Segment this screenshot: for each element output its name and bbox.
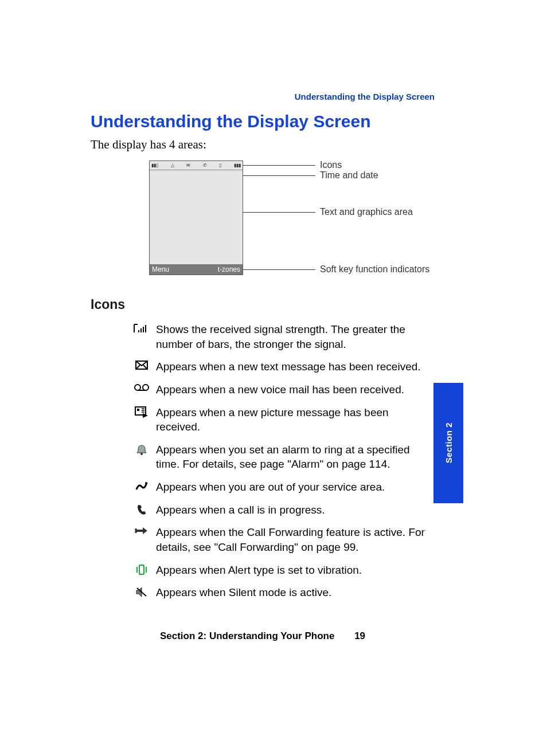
svg-rect-3: [145, 325, 146, 332]
page-number: 19: [354, 630, 365, 642]
svg-point-6: [143, 385, 149, 390]
icon-definitions-list: Shows the received signal strength. The …: [127, 322, 448, 608]
display-diagram: ▮▮▯ △ ✉ ✆ ▯ ▮▮▮ Menu t-zones Icons Time …: [149, 160, 436, 284]
svg-point-5: [135, 385, 140, 390]
phone-softkey-bar: Menu t-zones: [150, 264, 243, 275]
diagram-label-softkeys: Soft key function indicators: [320, 264, 429, 275]
phone-icon-bar: ▮▮▯ △ ✉ ✆ ▯ ▮▮▮: [150, 161, 243, 170]
list-item: Appears when a call is in progress.: [127, 503, 448, 518]
icon-description: Appears when Alert type is set to vibrat…: [156, 563, 448, 578]
diagram-label-icons: Icons: [320, 160, 342, 170]
softkey-left-label: Menu: [152, 265, 169, 273]
icon-description: Appears when you are out of your service…: [156, 480, 448, 495]
icon-description: Shows the received signal strength. The …: [156, 322, 448, 351]
battery-mini-icon: ▮▮▮: [234, 163, 241, 168]
silent-mode-icon: [127, 585, 156, 598]
list-item: Appears when Alert type is set to vibrat…: [127, 563, 448, 578]
call-forwarding-icon: [127, 525, 156, 535]
svg-point-11: [145, 482, 147, 484]
phone-screen-mock: ▮▮▯ △ ✉ ✆ ▯ ▮▮▮ Menu t-zones: [149, 160, 243, 275]
call-in-progress-icon: [127, 503, 156, 515]
list-item: Appears when you are out of your service…: [127, 480, 448, 495]
intro-text: The display has 4 areas:: [91, 138, 206, 152]
phone-graphics-area: [150, 181, 243, 264]
message-mini-icon: ✉: [186, 163, 190, 168]
page-footer: Section 2: Understanding Your Phone 19: [91, 630, 435, 642]
list-item: Appears when you set an alarm to ring at…: [127, 442, 448, 472]
side-tab-label: Section 2: [444, 422, 454, 463]
vibrate-mini-icon: ▯: [219, 163, 221, 168]
lead-line-soft: [243, 269, 315, 270]
list-item: Appears when a new voice mail has been r…: [127, 382, 448, 397]
page-title: Understanding the Display Screen: [91, 112, 370, 131]
section-side-tab: Section 2: [433, 383, 463, 503]
picture-message-icon: [127, 405, 156, 418]
list-item: Appears when a new picture message has b…: [127, 405, 448, 434]
svg-point-10: [140, 453, 143, 455]
page-content: Understanding the Display Screen Underst…: [91, 0, 458, 756]
call-mini-icon: ✆: [203, 163, 207, 168]
svg-rect-9: [137, 409, 139, 411]
list-item: Appears when a new text message has been…: [127, 359, 448, 374]
icons-heading: Icons: [91, 297, 125, 312]
lead-line-icons: [243, 165, 315, 166]
list-item: Shows the received signal strength. The …: [127, 322, 448, 351]
svg-rect-0: [138, 330, 139, 332]
svg-rect-2: [143, 327, 144, 332]
voicemail-icon: [127, 382, 156, 391]
signal-mini-icon: ▮▮▯: [151, 163, 158, 168]
svg-rect-1: [140, 328, 142, 332]
signal-strength-icon: [127, 322, 156, 334]
list-item: Appears when Silent mode is active.: [127, 585, 448, 600]
alarm-mini-icon: △: [171, 163, 174, 168]
running-head: Understanding the Display Screen: [91, 92, 435, 101]
lead-line-time: [243, 175, 315, 176]
diagram-label-text-area: Text and graphics area: [320, 207, 413, 217]
list-item: Appears when the Call Forwarding feature…: [127, 525, 448, 554]
svg-rect-12: [139, 565, 144, 574]
icon-description: Appears when a new text message has been…: [156, 359, 448, 374]
text-message-icon: [127, 359, 156, 370]
svg-rect-8: [135, 407, 146, 415]
phone-time-area: [150, 170, 243, 181]
lead-line-text: [243, 212, 315, 213]
icon-description: Appears when the Call Forwarding feature…: [156, 525, 448, 554]
icon-description: Appears when Silent mode is active.: [156, 585, 448, 600]
icon-description: Appears when a new picture message has b…: [156, 405, 448, 434]
softkey-right-label: t-zones: [218, 265, 240, 273]
vibration-icon: [127, 563, 156, 575]
diagram-label-time: Time and date: [320, 170, 378, 181]
footer-section-label: Section 2: Understanding Your Phone: [160, 630, 334, 641]
alarm-icon: [127, 442, 156, 455]
icon-description: Appears when you set an alarm to ring at…: [156, 442, 448, 472]
icon-description: Appears when a call is in progress.: [156, 503, 448, 518]
no-service-icon: [127, 480, 156, 491]
icon-description: Appears when a new voice mail has been r…: [156, 382, 448, 397]
